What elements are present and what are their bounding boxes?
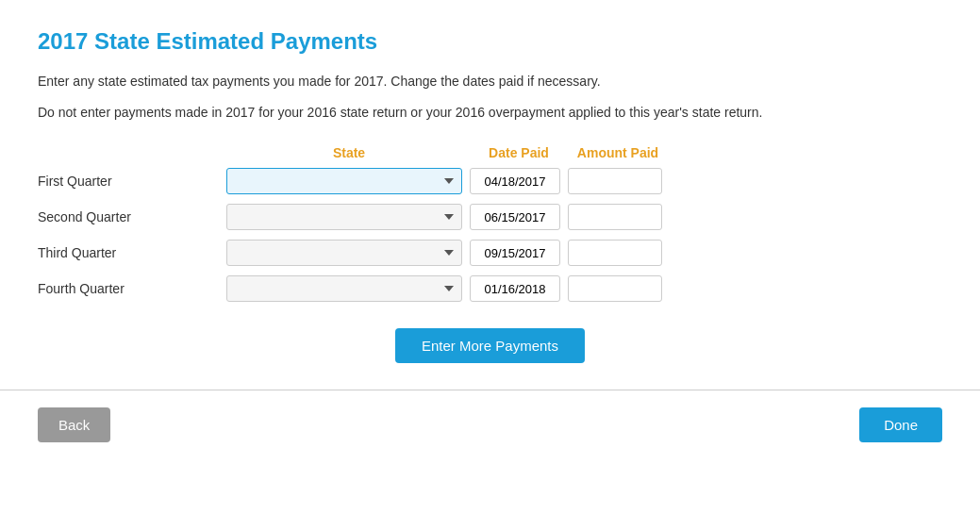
- date-input-q1[interactable]: [470, 168, 560, 194]
- table-row: First Quarter: [38, 168, 942, 194]
- back-button[interactable]: Back: [38, 407, 110, 442]
- description-2: Do not enter payments made in 2017 for y…: [38, 103, 942, 123]
- table-header: State Date Paid Amount Paid: [226, 145, 942, 160]
- page-container: 2017 State Estimated Payments Enter any …: [0, 0, 980, 363]
- page-title: 2017 State Estimated Payments: [38, 28, 942, 55]
- quarter-label-2: Second Quarter: [38, 209, 226, 224]
- form-section: State Date Paid Amount Paid First Quarte…: [38, 145, 942, 302]
- date-input-q4[interactable]: [470, 275, 560, 302]
- done-button[interactable]: Done: [859, 407, 942, 442]
- table-row: Second Quarter: [38, 204, 942, 230]
- description-1: Enter any state estimated tax payments y…: [38, 72, 942, 91]
- state-select-q3[interactable]: [226, 240, 462, 266]
- quarter-label-3: Third Quarter: [38, 245, 226, 260]
- amount-input-q2[interactable]: [568, 204, 662, 230]
- header-state: State: [226, 145, 472, 160]
- quarter-label-1: First Quarter: [38, 174, 226, 189]
- bottom-bar: Back Done: [0, 390, 980, 459]
- amount-input-q1[interactable]: [568, 168, 662, 194]
- header-amount-paid: Amount Paid: [566, 145, 670, 160]
- date-input-q2[interactable]: [470, 204, 560, 230]
- amount-input-q4[interactable]: [568, 275, 662, 302]
- date-input-q3[interactable]: [470, 240, 560, 266]
- enter-more-payments-button[interactable]: Enter More Payments: [395, 328, 585, 363]
- state-select-q1[interactable]: [226, 168, 462, 194]
- quarter-label-4: Fourth Quarter: [38, 281, 226, 296]
- header-date-paid: Date Paid: [472, 145, 566, 160]
- table-row: Third Quarter: [38, 240, 942, 266]
- table-row: Fourth Quarter: [38, 275, 942, 302]
- state-select-q4[interactable]: [226, 275, 462, 302]
- amount-input-q3[interactable]: [568, 240, 662, 266]
- state-select-q2[interactable]: [226, 204, 462, 230]
